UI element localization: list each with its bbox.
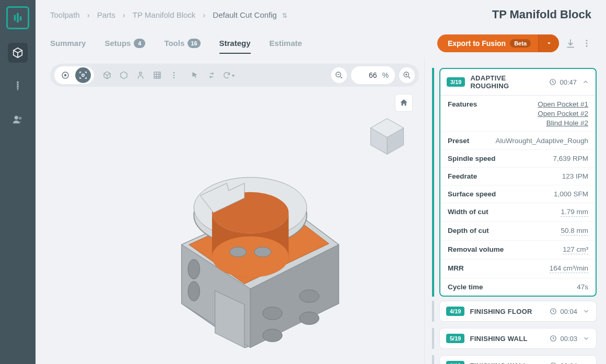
op-header[interactable]: 3/19 ADAPTIVE ROUGHING 00:47 — [440, 69, 596, 95]
param-row: Depth of cut50.8 mm — [440, 222, 596, 241]
download-icon — [565, 38, 576, 49]
chevron-up-icon — [582, 78, 589, 86]
home-view-button[interactable] — [395, 94, 413, 112]
tab-tools[interactable]: Tools 16 — [164, 30, 200, 56]
select-tool[interactable] — [187, 67, 203, 83]
param-label: Surface speed — [448, 190, 496, 198]
svg-point-18 — [173, 75, 175, 76]
svg-point-10 — [586, 42, 588, 44]
view-wire[interactable] — [116, 67, 132, 83]
updown-icon: ⇅ — [282, 12, 287, 19]
param-value: 50.8 mm — [561, 227, 588, 236]
crumb-config[interactable]: Default Cut Config ⇅ — [213, 10, 287, 19]
param-label: Feedrate — [448, 172, 477, 180]
param-value: 127 cm³ — [563, 245, 588, 254]
render-tool[interactable]: ▾ — [220, 67, 236, 83]
svg-point-14 — [82, 74, 85, 77]
orientation-cube[interactable] — [364, 114, 411, 161]
view-front[interactable] — [133, 67, 148, 83]
hexagon-icon — [119, 71, 129, 80]
param-value: 1.79 mm — [561, 208, 588, 217]
export-dropdown[interactable] — [538, 34, 559, 52]
zoom-input[interactable] — [357, 71, 378, 80]
features-label: Features — [448, 100, 477, 127]
refresh-tool[interactable] — [204, 67, 219, 83]
view-more1[interactable] — [166, 67, 182, 83]
param-row: PresetAluWrought_Adaptive_Rough — [440, 132, 596, 150]
person-icon — [136, 71, 145, 80]
op-card: 5/19 FINISHING WALL 00:03 — [439, 328, 597, 349]
op-time: 00:03 — [560, 335, 577, 343]
target-icon — [61, 71, 70, 80]
svg-point-37 — [188, 260, 200, 279]
app-sidebar — [0, 0, 36, 364]
chevron-down-icon — [546, 40, 552, 46]
dolly-mode[interactable] — [75, 67, 91, 83]
param-row: Spindle speed7,639 RPM — [440, 150, 596, 168]
zoom-in-icon — [403, 71, 411, 79]
crumb-part[interactable]: TP Manifold Block — [133, 10, 196, 19]
rotate-mode[interactable] — [57, 67, 73, 83]
nav-tools[interactable] — [8, 76, 28, 96]
op-time: 00:47 — [560, 78, 577, 86]
feature-link[interactable]: Open Pocket #2 — [538, 110, 588, 118]
strategy-panel: 3/19 ADAPTIVE ROUGHING 00:47 Features — [424, 57, 606, 364]
svg-point-38 — [188, 281, 200, 301]
view-cube[interactable] — [99, 67, 115, 83]
more-vertical-icon — [582, 39, 591, 48]
more-button[interactable] — [582, 39, 591, 48]
svg-point-8 — [19, 117, 22, 120]
svg-point-13 — [65, 75, 66, 76]
crumb-parts[interactable]: Parts — [97, 10, 115, 19]
nav-parts[interactable] — [8, 43, 28, 63]
param-value: AluWrought_Adaptive_Rough — [495, 137, 588, 145]
param-label: Removal volume — [448, 245, 504, 254]
logo-icon — [12, 12, 24, 24]
svg-rect-3 — [17, 81, 18, 83]
svg-rect-4 — [17, 84, 18, 85]
export-button[interactable]: Export to Fusion Beta — [437, 34, 559, 52]
tab-estimate[interactable]: Estimate — [270, 30, 302, 56]
svg-point-42 — [299, 312, 319, 324]
logo[interactable] — [6, 6, 29, 29]
svg-rect-16 — [154, 72, 160, 78]
op-header[interactable]: 5/19 FINISHING WALL 00:03 — [440, 328, 596, 348]
op-header[interactable]: 6/19 FINISHING WALL 00:04 — [440, 356, 596, 364]
view-grid[interactable] — [149, 67, 165, 83]
chevron-down-icon: ▾ — [232, 73, 235, 78]
breadcrumb: Toolpath › Parts › TP Manifold Block › D… — [50, 10, 287, 19]
drill-icon — [13, 80, 23, 92]
tab-strategy[interactable]: Strategy — [219, 30, 251, 56]
op-header[interactable]: 4/19 FINISHING FLOOR 00:04 — [440, 301, 596, 321]
download-button[interactable] — [565, 38, 576, 49]
setups-count-badge: 4 — [134, 39, 145, 48]
zoom-field[interactable]: % — [351, 66, 395, 84]
svg-point-34 — [212, 236, 289, 277]
param-row: Cycle time47s — [440, 278, 596, 296]
clock-icon — [550, 362, 557, 364]
more-vertical-icon — [170, 71, 178, 79]
param-value: 123 IPM — [562, 172, 588, 180]
param-value: 164 cm³/min — [550, 264, 588, 273]
nav-team[interactable] — [8, 110, 28, 130]
feature-link[interactable]: Blind Hole #2 — [546, 119, 588, 127]
tab-summary[interactable]: Summary — [50, 30, 86, 56]
viewport[interactable] — [50, 91, 419, 358]
feature-link[interactable]: Open Pocket #1 — [538, 100, 588, 108]
viewport-toolbar: ▾ % — [50, 64, 419, 87]
zoom-unit: % — [382, 71, 389, 79]
crumb-root[interactable]: Toolpath — [50, 10, 80, 19]
svg-rect-1 — [17, 13, 19, 22]
param-value: 7,639 RPM — [553, 155, 588, 162]
zoom-in-button[interactable] — [399, 67, 415, 83]
refresh-icon — [223, 71, 231, 79]
param-row: Removal volume127 cm³ — [440, 241, 596, 260]
page-title: TP Manifold Block — [492, 8, 591, 21]
zoom-out-button[interactable] — [331, 67, 347, 83]
op-card-expanded: 3/19 ADAPTIVE ROUGHING 00:47 Features — [439, 68, 597, 297]
swap-icon — [207, 71, 216, 79]
people-icon — [12, 114, 24, 125]
op-time: 00:04 — [560, 362, 577, 365]
svg-rect-0 — [14, 15, 16, 21]
tab-setups[interactable]: Setups 4 — [104, 30, 145, 56]
